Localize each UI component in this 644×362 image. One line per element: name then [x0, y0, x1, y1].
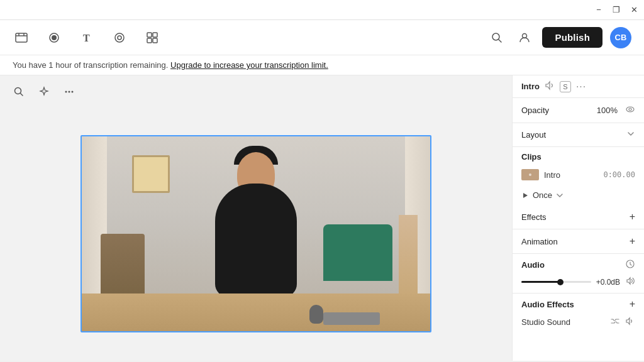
svg-point-10: [492, 33, 499, 40]
audio-slider-row: +0.0dB: [521, 276, 635, 288]
once-label: Once: [533, 190, 552, 200]
animation-add-icon[interactable]: +: [630, 236, 635, 247]
video-content: [82, 136, 430, 331]
play-icon: [521, 192, 529, 199]
svg-point-17: [629, 108, 631, 111]
intro-left: Intro S ···: [521, 80, 586, 92]
audio-section: Audio +0.0dB: [513, 254, 644, 293]
left-panel-toolbar: [10, 83, 502, 101]
svg-rect-6: [147, 33, 152, 37]
panel-search-icon[interactable]: [10, 83, 28, 101]
svg-point-2: [52, 35, 57, 40]
svg-rect-0: [16, 33, 27, 42]
animation-row: Animation +: [513, 229, 644, 254]
opacity-row: Opacity 100%: [513, 98, 644, 123]
audio-clock-icon[interactable]: [625, 259, 635, 271]
svg-point-4: [115, 33, 124, 42]
window-controls: − ❐ ✕: [594, 5, 639, 15]
audio-effects-header: Audio Effects +: [521, 299, 635, 310]
audio-icon[interactable]: [545, 80, 555, 92]
svg-rect-8: [147, 38, 152, 43]
studio-adjust-icon[interactable]: [610, 316, 620, 328]
svg-rect-7: [153, 33, 157, 37]
animation-label: Animation: [521, 237, 558, 246]
svg-text:T: T: [83, 33, 90, 43]
effects-add-icon[interactable]: +: [630, 211, 635, 222]
media-icon[interactable]: [13, 29, 30, 47]
opacity-label: Opacity: [521, 106, 549, 115]
record-icon[interactable]: [45, 29, 63, 47]
avatar[interactable]: CB: [610, 27, 631, 48]
eye-icon[interactable]: [625, 104, 635, 116]
video-frame[interactable]: [80, 135, 431, 332]
clip-item: Intro 0:00.00: [521, 167, 635, 183]
svg-point-15: [72, 91, 74, 93]
s-badge: S: [560, 81, 571, 92]
close-button[interactable]: ✕: [629, 5, 639, 15]
title-bar: − ❐ ✕: [0, 0, 644, 20]
clips-section: Clips Intro 0:00.00: [513, 147, 644, 188]
notification-text: You have 1 hour of transcription remaini…: [13, 60, 168, 70]
effects-label: Effects: [521, 212, 547, 222]
more-options-dots[interactable]: ···: [576, 81, 586, 92]
main-layout: Intro S ··· Opacity 100%: [0, 75, 644, 361]
studio-sound-icons: [610, 316, 635, 328]
audio-effects-section: Audio Effects + Studio Sound: [513, 293, 644, 334]
clip-left: Intro: [521, 169, 560, 180]
publish-button[interactable]: Publish: [542, 27, 602, 48]
toolbar-tools: T: [13, 29, 161, 47]
audio-header: Audio: [521, 259, 635, 271]
layout-label: Layout: [521, 130, 546, 140]
chevron-down-small-icon: [556, 192, 564, 199]
ai-enhance-icon[interactable]: [35, 83, 53, 101]
toolbar: T: [0, 20, 644, 55]
right-panel: Intro S ··· Opacity 100%: [512, 75, 644, 361]
minimize-button[interactable]: −: [594, 5, 604, 15]
chevron-down-icon: [626, 129, 635, 140]
studio-sound-label: Studio Sound: [521, 317, 570, 327]
maximize-button[interactable]: ❐: [611, 5, 621, 15]
more-options-icon[interactable]: [60, 83, 78, 101]
svg-rect-9: [153, 38, 157, 43]
svg-point-19: [529, 173, 531, 176]
svg-point-14: [69, 91, 70, 93]
elements-icon[interactable]: [111, 29, 128, 47]
search-icon[interactable]: [487, 28, 507, 48]
svg-point-16: [626, 107, 634, 112]
clip-time: 0:00.00: [603, 170, 635, 179]
audio-volume-slider[interactable]: [521, 281, 591, 283]
opacity-controls: 100%: [597, 104, 635, 116]
audio-effects-add-icon[interactable]: +: [630, 299, 635, 310]
upgrade-link[interactable]: Upgrade to increase your transcription l…: [170, 60, 328, 70]
text-icon[interactable]: T: [78, 29, 96, 47]
effects-row: Effects +: [513, 205, 644, 229]
clips-title: Clips: [521, 152, 635, 162]
notification-bar: You have 1 hour of transcription remaini…: [0, 55, 644, 75]
opacity-value: 100%: [597, 106, 618, 115]
grid-icon[interactable]: [143, 29, 161, 47]
left-panel: [0, 75, 512, 361]
svg-point-5: [118, 36, 121, 40]
audio-label: Audio: [521, 260, 545, 270]
intro-header: Intro S ···: [513, 75, 644, 98]
intro-title: Intro: [521, 82, 540, 91]
video-canvas-area: [10, 107, 502, 361]
studio-volume-icon[interactable]: [625, 316, 635, 328]
audio-db-value: +0.0dB: [596, 278, 620, 287]
clip-thumbnail: [521, 169, 539, 180]
user-icon[interactable]: [514, 28, 535, 48]
layout-row[interactable]: Layout: [513, 123, 644, 147]
audio-effects-label: Audio Effects: [521, 300, 574, 309]
studio-sound-row: Studio Sound: [521, 315, 635, 329]
svg-point-13: [65, 91, 67, 93]
clip-name: Intro: [544, 170, 560, 180]
once-row[interactable]: Once: [513, 188, 644, 205]
intro-icons: S ···: [545, 80, 586, 92]
volume-icon[interactable]: [625, 276, 635, 288]
toolbar-right: Publish CB: [487, 27, 631, 48]
